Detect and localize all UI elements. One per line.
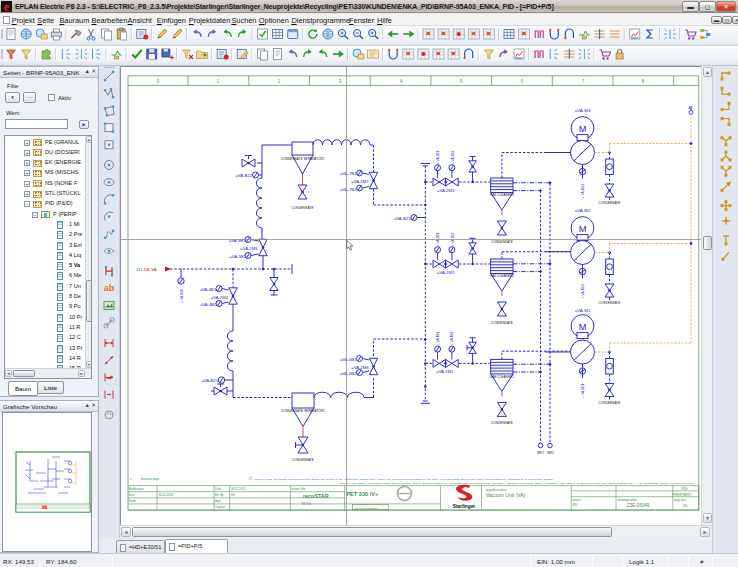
svg-text:=VA-9B1: =VA-9B1 [229, 238, 246, 243]
svg-text:=VA-2M5: =VA-2M5 [240, 246, 258, 251]
svg-text:GAS CLEANER3: GAS CLEANER3 [490, 193, 515, 197]
svg-text:CONDENSATE: CONDENSATE [599, 301, 621, 305]
svg-text:=VA-2M3: =VA-2M3 [437, 188, 455, 193]
svg-text:=VA-B22: =VA-B22 [235, 173, 252, 178]
svg-text:M: M [579, 124, 587, 134]
svg-text:Name: Name [129, 499, 137, 503]
svg-text:A2: A2 [689, 106, 693, 110]
svg-text:=VA-2M7: =VA-2M7 [351, 179, 369, 184]
svg-text:= VA 1B1: = VA 1B1 [436, 331, 440, 345]
svg-text:PERIPHERY: PERIPHERY [672, 493, 692, 497]
svg-text:7: 7 [582, 79, 585, 84]
svg-text:= VA 1B2: = VA 1B2 [450, 331, 454, 345]
svg-text:=VA-7B2: =VA-7B2 [340, 187, 357, 192]
svg-text:= VA 3B2: = VA 3B2 [451, 150, 455, 164]
svg-text:M: M [579, 322, 587, 332]
svg-text:a: a [130, 477, 132, 481]
svg-text:Date: Date [215, 487, 221, 491]
svg-text:CONDENSATE SEPARATOR1: CONDENSATE SEPARATOR1 [281, 409, 325, 413]
svg-text:2: 2 [278, 79, 281, 84]
svg-text:= VA B20: = VA B20 [180, 289, 184, 303]
svg-text:=VA-M2: =VA-M2 [575, 208, 591, 213]
svg-text:= VA 1M3: = VA 1M3 [581, 184, 585, 199]
svg-text:8: 8 [642, 79, 645, 84]
svg-text:GAS CLEANER1: GAS CLEANER1 [490, 375, 515, 379]
svg-text:Starlinger: Starlinger [453, 504, 476, 509]
svg-text:=VA-B21: =VA-B21 [201, 378, 218, 383]
svg-text:Vacuum Unit (VA): Vacuum Unit (VA) [486, 492, 526, 498]
svg-text:=VA-M3: =VA-M3 [575, 108, 591, 113]
svg-text:CONDENSATE SEPARATOR2: CONDENSATE SEPARATOR2 [281, 157, 325, 161]
svg-text:=VA-2M1: =VA-2M1 [436, 369, 454, 374]
svg-text:CONDENSATE: CONDENSATE [292, 206, 314, 210]
svg-text:Appr: Appr [215, 499, 221, 503]
svg-text:=VA-4B1: =VA-4B1 [199, 287, 216, 292]
svg-text:=VA-7B1: =VA-7B1 [340, 171, 357, 176]
svg-text:26: 26 [683, 503, 688, 508]
svg-text:= VA 1M1: = VA 1M1 [581, 383, 585, 398]
svg-text:Original: Original [215, 505, 225, 509]
svg-text:WK2: WK2 [547, 451, 554, 455]
svg-text:Gases Vacuum station: Gases Vacuum station [354, 507, 379, 510]
svg-text:=VA-2M4: =VA-2M4 [211, 295, 229, 300]
svg-text:=VA-4B2: =VA-4B2 [200, 302, 217, 307]
svg-text:30.01.2014: 30.01.2014 [159, 493, 174, 497]
svg-text:=VA-6B1: =VA-6B1 [340, 357, 357, 362]
svg-text:Modification: Modification [129, 487, 145, 491]
svg-text:1: 1 [217, 79, 220, 84]
svg-text:28.11.2012: 28.11.2012 [231, 487, 246, 491]
svg-text:pagedescription: pagedescription [486, 488, 507, 492]
svg-text:5: 5 [460, 79, 463, 84]
svg-text:tion of the contents thereof a: tion of the contents thereof are forbidd… [340, 482, 696, 485]
svg-text:drawingnumber: drawingnumber [618, 498, 638, 502]
svg-text:ab: ab [104, 283, 115, 293]
svg-text:=VA-5B2: =VA-5B2 [229, 254, 246, 259]
svg-text:HU: HU [231, 493, 235, 497]
svg-text:= VA 1M2: = VA 1M2 [581, 284, 585, 299]
svg-text:0: 0 [157, 79, 160, 84]
svg-text:=VA-2M6: =VA-2M6 [351, 365, 369, 370]
svg-text:project: project [573, 498, 582, 502]
svg-text:Z3E-05049: Z3E-05049 [627, 503, 650, 508]
svg-text:3: 3 [339, 79, 342, 84]
svg-text:=VA-2M2: =VA-2M2 [437, 270, 455, 275]
svg-text:recoSTAR: recoSTAR [303, 493, 329, 499]
svg-text:6: 6 [521, 79, 524, 84]
svg-text:311-DE-VA: 311-DE-VA [136, 267, 157, 272]
svg-text:CONDENSATE: CONDENSATE [491, 321, 513, 325]
svg-text:CONDENSATE: CONDENSATE [599, 201, 621, 205]
svg-text:WK7: WK7 [537, 451, 544, 455]
svg-text:PET 330 iV+: PET 330 iV+ [346, 491, 379, 497]
svg-text:Ed. By: Ed. By [215, 493, 224, 497]
svg-text:Date: Date [129, 493, 135, 497]
svg-text:Copying of this document and g: Copying of this document and giving it t… [254, 478, 555, 481]
svg-text:previous page: previous page [141, 477, 160, 481]
svg-text:project title: project title [292, 487, 306, 491]
svg-text:3X7100: 3X7100 [302, 502, 312, 506]
svg-text:= VA 3B1: = VA 3B1 [436, 150, 440, 164]
svg-text:490: 490 [573, 503, 578, 507]
svg-text:M: M [579, 224, 587, 234]
svg-text:GAS CLEANER2: GAS CLEANER2 [490, 274, 515, 278]
svg-text:page den: page den [674, 498, 686, 502]
svg-text:PID: PID [682, 487, 688, 491]
svg-text:=VA-B23: =VA-B23 [394, 216, 411, 221]
svg-text:4: 4 [400, 79, 403, 84]
svg-text:CONDENSATE: CONDENSATE [292, 458, 314, 462]
svg-text:CONDENSATE: CONDENSATE [491, 240, 513, 244]
svg-text:CONDENSATE: CONDENSATE [491, 421, 513, 425]
svg-text:=VA-6B2: =VA-6B2 [340, 371, 357, 376]
svg-text:CONDENSATE: CONDENSATE [599, 401, 621, 405]
svg-text:=VA-M1: =VA-M1 [575, 308, 591, 313]
